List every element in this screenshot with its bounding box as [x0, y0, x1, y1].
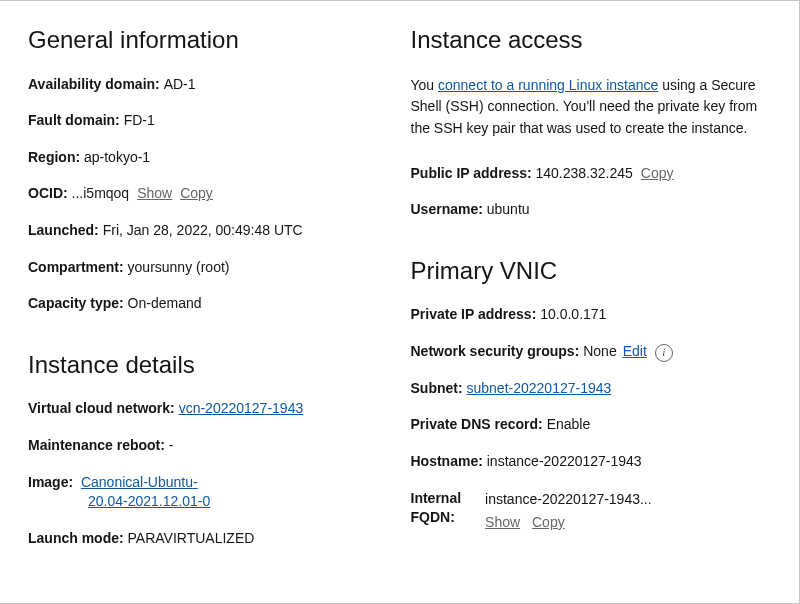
label-private-ip: Private IP address: [411, 305, 541, 325]
heading-general-info: General information [28, 23, 389, 57]
value-launched: Fri, Jan 28, 2022, 00:49:48 UTC [103, 221, 303, 241]
row-vcn: Virtual cloud network: vcn-20220127-1943 [28, 399, 389, 419]
label-ocid: OCID: [28, 184, 72, 204]
label-capacity-type: Capacity type: [28, 294, 128, 314]
heading-primary-vnic: Primary VNIC [411, 254, 772, 288]
value-capacity-type: On-demand [128, 294, 202, 314]
link-image-part1[interactable]: Canonical-Ubuntu- [81, 474, 198, 490]
value-username: ubuntu [487, 200, 530, 220]
text-you: You [411, 77, 439, 93]
value-nsg: None [583, 342, 616, 362]
row-image: Image: Canonical-Ubuntu- 20.04-2021.12.0… [28, 473, 389, 512]
row-fqdn: Internal FQDN: instance-20220127-1943...… [411, 489, 772, 533]
label-vcn: Virtual cloud network: [28, 399, 179, 419]
instance-access-description: You connect to a running Linux instance … [411, 75, 772, 140]
value-hostname: instance-20220127-1943 [487, 452, 642, 472]
row-hostname: Hostname: instance-20220127-1943 [411, 452, 772, 472]
fqdn-show-link[interactable]: Show [485, 514, 520, 530]
fqdn-copy-link[interactable]: Copy [532, 514, 565, 530]
row-public-ip: Public IP address: 140.238.32.245 Copy [411, 164, 772, 184]
row-ocid: OCID: ...i5mqoq Show Copy [28, 184, 389, 204]
label-launched: Launched: [28, 221, 103, 241]
ocid-show-link[interactable]: Show [137, 184, 172, 204]
link-vcn[interactable]: vcn-20220127-1943 [179, 399, 304, 419]
ocid-copy-link[interactable]: Copy [180, 184, 213, 204]
value-private-ip: 10.0.0.171 [540, 305, 606, 325]
row-launched: Launched: Fri, Jan 28, 2022, 00:49:48 UT… [28, 221, 389, 241]
value-compartment: yoursunny (root) [128, 258, 230, 278]
label-username: Username: [411, 200, 487, 220]
link-connect-instance[interactable]: connect to a running Linux instance [438, 77, 658, 93]
label-compartment: Compartment: [28, 258, 128, 278]
value-availability-domain: AD-1 [164, 75, 196, 95]
row-compartment: Compartment: yoursunny (root) [28, 258, 389, 278]
value-launch-mode: PARAVIRTUALIZED [128, 529, 255, 549]
label-fault-domain: Fault domain: [28, 111, 124, 131]
value-ocid: ...i5mqoq [72, 184, 130, 204]
label-subnet: Subnet: [411, 379, 467, 399]
row-private-ip: Private IP address: 10.0.0.171 [411, 305, 772, 325]
label-launch-mode: Launch mode: [28, 529, 128, 549]
label-public-ip: Public IP address: [411, 164, 536, 184]
value-maintenance-reboot: - [169, 436, 174, 456]
label-maintenance-reboot: Maintenance reboot: [28, 436, 169, 456]
heading-instance-details: Instance details [28, 348, 389, 382]
label-image: Image: [28, 474, 77, 490]
label-fqdn-line1: Internal [411, 489, 462, 509]
row-maintenance-reboot: Maintenance reboot: - [28, 436, 389, 456]
link-image-part2[interactable]: 20.04-2021.12.01-0 [88, 493, 210, 509]
row-fault-domain: Fault domain: FD-1 [28, 111, 389, 131]
row-capacity-type: Capacity type: On-demand [28, 294, 389, 314]
row-username: Username: ubuntu [411, 200, 772, 220]
row-subnet: Subnet: subnet-20220127-1943 [411, 379, 772, 399]
public-ip-copy-link[interactable]: Copy [641, 164, 674, 184]
value-fqdn: instance-20220127-1943... [485, 489, 652, 510]
link-nsg-edit[interactable]: Edit [623, 342, 647, 362]
label-private-dns: Private DNS record: [411, 415, 547, 435]
label-region: Region: [28, 148, 84, 168]
value-public-ip: 140.238.32.245 [536, 164, 633, 184]
heading-instance-access: Instance access [411, 23, 772, 57]
value-private-dns: Enable [547, 415, 591, 435]
value-fault-domain: FD-1 [124, 111, 155, 131]
row-launch-mode: Launch mode: PARAVIRTUALIZED [28, 529, 389, 549]
label-availability-domain: Availability domain: [28, 75, 164, 95]
label-hostname: Hostname: [411, 452, 487, 472]
row-nsg: Network security groups: None Edit i [411, 342, 772, 362]
row-availability-domain: Availability domain: AD-1 [28, 75, 389, 95]
link-subnet[interactable]: subnet-20220127-1943 [467, 379, 612, 399]
info-icon[interactable]: i [655, 344, 673, 362]
value-region: ap-tokyo-1 [84, 148, 150, 168]
label-fqdn-line2: FQDN: [411, 508, 462, 528]
row-private-dns: Private DNS record: Enable [411, 415, 772, 435]
label-nsg: Network security groups: [411, 342, 584, 362]
row-region: Region: ap-tokyo-1 [28, 148, 389, 168]
